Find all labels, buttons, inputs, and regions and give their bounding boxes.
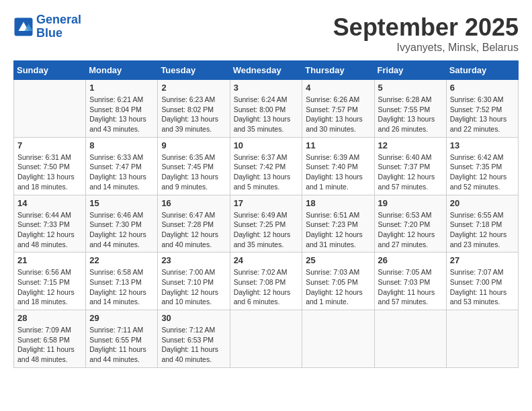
day-number: 16 [161, 198, 226, 208]
day-number: 24 [234, 255, 299, 265]
day-info: Sunrise: 6:35 AM Sunset: 7:45 PM Dayligh… [161, 152, 226, 192]
day-info: Sunrise: 6:28 AM Sunset: 7:55 PM Dayligh… [378, 95, 443, 134]
calendar-cell: 6Sunrise: 6:30 AM Sunset: 7:52 PM Daylig… [446, 80, 518, 138]
calendar-cell: 10Sunrise: 6:37 AM Sunset: 7:42 PM Dayli… [230, 137, 302, 195]
calendar-cell: 16Sunrise: 6:47 AM Sunset: 7:28 PM Dayli… [158, 195, 230, 253]
day-number: 28 [17, 313, 82, 323]
day-number: 7 [17, 140, 82, 150]
calendar-cell: 14Sunrise: 6:44 AM Sunset: 7:33 PM Dayli… [14, 195, 86, 253]
day-info: Sunrise: 6:26 AM Sunset: 7:57 PM Dayligh… [306, 95, 370, 134]
week-row-2: 7Sunrise: 6:31 AM Sunset: 7:50 PM Daylig… [14, 137, 519, 195]
day-number: 18 [306, 198, 370, 208]
day-info: Sunrise: 7:12 AM Sunset: 6:53 PM Dayligh… [161, 325, 226, 365]
week-row-3: 14Sunrise: 6:44 AM Sunset: 7:33 PM Dayli… [14, 195, 519, 253]
header-day-monday: Monday [86, 61, 158, 80]
calendar-cell: 1Sunrise: 6:21 AM Sunset: 8:04 PM Daylig… [86, 80, 158, 138]
week-row-5: 28Sunrise: 7:09 AM Sunset: 6:58 PM Dayli… [14, 310, 519, 368]
day-info: Sunrise: 6:51 AM Sunset: 7:23 PM Dayligh… [306, 210, 370, 250]
day-info: Sunrise: 7:00 AM Sunset: 7:10 PM Dayligh… [161, 267, 226, 307]
header-day-sunday: Sunday [14, 61, 86, 80]
day-number: 29 [89, 313, 154, 323]
day-number: 2 [161, 83, 226, 93]
day-info: Sunrise: 6:39 AM Sunset: 7:40 PM Dayligh… [306, 152, 370, 192]
day-info: Sunrise: 6:55 AM Sunset: 7:18 PM Dayligh… [450, 210, 515, 250]
calendar-cell: 19Sunrise: 6:53 AM Sunset: 7:20 PM Dayli… [374, 195, 446, 253]
logo-icon [13, 17, 34, 37]
day-number: 27 [450, 255, 515, 265]
day-number: 14 [17, 198, 82, 208]
calendar-cell: 9Sunrise: 6:35 AM Sunset: 7:45 PM Daylig… [158, 137, 230, 195]
calendar-cell: 2Sunrise: 6:23 AM Sunset: 8:02 PM Daylig… [158, 80, 230, 138]
calendar-cell: 20Sunrise: 6:55 AM Sunset: 7:18 PM Dayli… [446, 195, 518, 253]
day-number: 15 [89, 198, 154, 208]
day-info: Sunrise: 6:44 AM Sunset: 7:33 PM Dayligh… [17, 210, 82, 250]
logo-text: General Blue [36, 13, 81, 40]
day-number: 26 [378, 255, 443, 265]
day-info: Sunrise: 6:56 AM Sunset: 7:15 PM Dayligh… [17, 267, 82, 307]
calendar-cell: 23Sunrise: 7:00 AM Sunset: 7:10 PM Dayli… [158, 253, 230, 310]
calendar-cell [374, 310, 446, 368]
week-row-1: 1Sunrise: 6:21 AM Sunset: 8:04 PM Daylig… [14, 80, 519, 138]
calendar-cell [230, 310, 302, 368]
day-number: 21 [17, 255, 82, 265]
week-row-4: 21Sunrise: 6:56 AM Sunset: 7:15 PM Dayli… [14, 253, 519, 310]
day-info: Sunrise: 6:53 AM Sunset: 7:20 PM Dayligh… [378, 210, 443, 250]
calendar-cell: 24Sunrise: 7:02 AM Sunset: 7:08 PM Dayli… [230, 253, 302, 310]
day-number: 6 [450, 83, 515, 93]
day-info: Sunrise: 6:58 AM Sunset: 7:13 PM Dayligh… [89, 267, 154, 307]
day-number: 5 [378, 83, 443, 93]
day-number: 19 [378, 198, 443, 208]
day-info: Sunrise: 7:11 AM Sunset: 6:55 PM Dayligh… [89, 325, 154, 365]
calendar-cell: 13Sunrise: 6:42 AM Sunset: 7:35 PM Dayli… [446, 137, 518, 195]
day-info: Sunrise: 7:03 AM Sunset: 7:05 PM Dayligh… [306, 267, 370, 307]
day-number: 11 [306, 140, 370, 150]
day-number: 13 [450, 140, 515, 150]
title-section: September 2025 Ivyanyets, Minsk, Belarus [333, 13, 519, 54]
day-info: Sunrise: 6:33 AM Sunset: 7:47 PM Dayligh… [89, 152, 154, 192]
location-subtitle: Ivyanyets, Minsk, Belarus [333, 42, 519, 54]
header-row: SundayMondayTuesdayWednesdayThursdayFrid… [14, 61, 519, 80]
calendar-cell [14, 80, 86, 138]
calendar-cell: 5Sunrise: 6:28 AM Sunset: 7:55 PM Daylig… [374, 80, 446, 138]
calendar-cell: 15Sunrise: 6:46 AM Sunset: 7:30 PM Dayli… [86, 195, 158, 253]
header-day-saturday: Saturday [446, 61, 518, 80]
calendar-cell: 3Sunrise: 6:24 AM Sunset: 8:00 PM Daylig… [230, 80, 302, 138]
day-number: 23 [161, 255, 226, 265]
day-info: Sunrise: 7:02 AM Sunset: 7:08 PM Dayligh… [234, 267, 299, 307]
day-info: Sunrise: 7:05 AM Sunset: 7:03 PM Dayligh… [378, 267, 443, 307]
day-number: 22 [89, 255, 154, 265]
day-number: 20 [450, 198, 515, 208]
calendar-cell: 4Sunrise: 6:26 AM Sunset: 7:57 PM Daylig… [302, 80, 374, 138]
day-number: 8 [89, 140, 154, 150]
calendar-cell [302, 310, 374, 368]
calendar-cell: 18Sunrise: 6:51 AM Sunset: 7:23 PM Dayli… [302, 195, 374, 253]
header-day-wednesday: Wednesday [230, 61, 302, 80]
day-info: Sunrise: 6:31 AM Sunset: 7:50 PM Dayligh… [17, 152, 82, 192]
day-info: Sunrise: 6:42 AM Sunset: 7:35 PM Dayligh… [450, 152, 515, 192]
day-info: Sunrise: 6:37 AM Sunset: 7:42 PM Dayligh… [234, 152, 299, 192]
calendar-cell: 25Sunrise: 7:03 AM Sunset: 7:05 PM Dayli… [302, 253, 374, 310]
day-number: 17 [234, 198, 299, 208]
calendar-cell: 29Sunrise: 7:11 AM Sunset: 6:55 PM Dayli… [86, 310, 158, 368]
calendar-cell: 8Sunrise: 6:33 AM Sunset: 7:47 PM Daylig… [86, 137, 158, 195]
day-number: 12 [378, 140, 443, 150]
day-info: Sunrise: 6:47 AM Sunset: 7:28 PM Dayligh… [161, 210, 226, 250]
calendar-cell: 7Sunrise: 6:31 AM Sunset: 7:50 PM Daylig… [14, 137, 86, 195]
day-number: 9 [161, 140, 226, 150]
day-number: 4 [306, 83, 370, 93]
day-info: Sunrise: 6:23 AM Sunset: 8:02 PM Dayligh… [161, 95, 226, 134]
day-info: Sunrise: 7:09 AM Sunset: 6:58 PM Dayligh… [17, 325, 82, 365]
day-info: Sunrise: 6:49 AM Sunset: 7:25 PM Dayligh… [234, 210, 299, 250]
calendar-cell: 27Sunrise: 7:07 AM Sunset: 7:00 PM Dayli… [446, 253, 518, 310]
calendar-cell: 11Sunrise: 6:39 AM Sunset: 7:40 PM Dayli… [302, 137, 374, 195]
day-info: Sunrise: 6:21 AM Sunset: 8:04 PM Dayligh… [89, 95, 154, 134]
calendar-table: SundayMondayTuesdayWednesdayThursdayFrid… [13, 60, 519, 368]
day-number: 1 [89, 83, 154, 93]
month-title: September 2025 [333, 13, 519, 42]
header-day-thursday: Thursday [302, 61, 374, 80]
calendar-cell: 12Sunrise: 6:40 AM Sunset: 7:37 PM Dayli… [374, 137, 446, 195]
header-day-tuesday: Tuesday [158, 61, 230, 80]
day-info: Sunrise: 6:46 AM Sunset: 7:30 PM Dayligh… [89, 210, 154, 250]
logo: General Blue [13, 13, 81, 40]
day-number: 3 [234, 83, 299, 93]
